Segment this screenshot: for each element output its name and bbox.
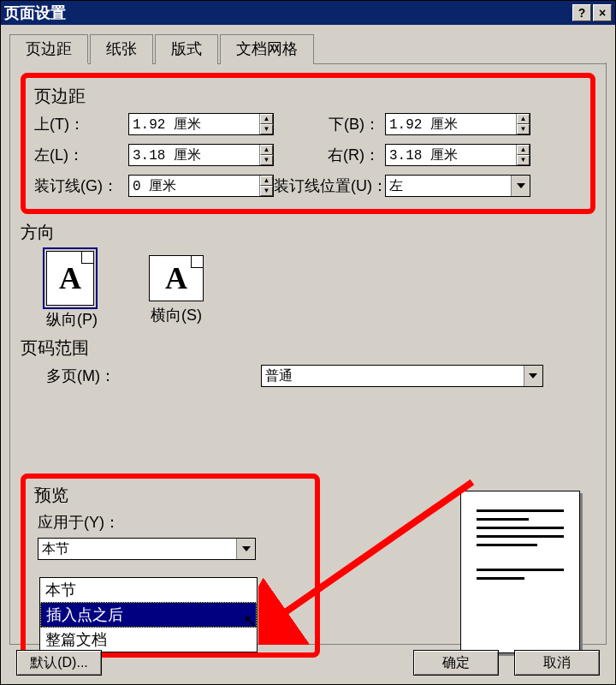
- gutter-spinner[interactable]: ▲▼: [128, 175, 274, 197]
- tab-layout[interactable]: 版式: [155, 34, 218, 64]
- multi-page-label: 多页(M)：: [46, 366, 116, 386]
- gutter-input[interactable]: [129, 176, 259, 196]
- orientation-portrait[interactable]: A 纵向(P): [46, 251, 98, 330]
- apply-to-option-list: 本节 插入点之后 整篇文档: [39, 577, 258, 652]
- spin-down-icon[interactable]: ▼: [517, 124, 530, 134]
- bottom-spinner[interactable]: ▲▼: [385, 113, 530, 135]
- spin-down-icon[interactable]: ▼: [260, 186, 273, 196]
- right-spinner[interactable]: ▲▼: [385, 144, 530, 166]
- multi-page-value: 普通: [262, 367, 524, 385]
- cancel-button[interactable]: 取消: [514, 650, 600, 676]
- tab-margins[interactable]: 页边距: [9, 34, 88, 64]
- ok-button[interactable]: 确定: [413, 650, 499, 676]
- portrait-label: 纵向(P): [46, 309, 98, 330]
- spin-down-icon[interactable]: ▼: [260, 155, 273, 165]
- spin-up-icon[interactable]: ▲: [260, 114, 273, 124]
- left-label: 左(L)：: [34, 145, 128, 165]
- multi-page-dropdown[interactable]: 普通: [261, 365, 543, 387]
- left-spinner[interactable]: ▲▼: [128, 144, 274, 166]
- spin-up-icon[interactable]: ▲: [517, 145, 530, 155]
- spin-up-icon[interactable]: ▲: [517, 114, 530, 124]
- margins-group-label: 页边距: [34, 85, 582, 108]
- margins-group: 页边距 上(T)： ▲▼ 下(B)： ▲▼ 左(L)： ▲▼: [21, 73, 595, 214]
- gutter-pos-value: 左: [386, 177, 511, 195]
- landscape-icon: A: [149, 255, 204, 301]
- dialog-title: 页面设置: [4, 3, 66, 23]
- top-input[interactable]: [129, 114, 259, 134]
- gutter-label: 装订线(G)：: [34, 176, 128, 196]
- page-range-label: 页码范围: [21, 337, 595, 360]
- dropdown-arrow-icon[interactable]: [524, 366, 542, 386]
- spin-down-icon[interactable]: ▼: [517, 155, 530, 165]
- tab-grid[interactable]: 文档网格: [220, 34, 314, 64]
- preview-group: 预览 应用于(Y)： 本节 本节 插入点之后 整篇文档: [21, 474, 320, 658]
- close-button[interactable]: ×: [593, 4, 612, 21]
- apply-to-dropdown[interactable]: 本节: [38, 538, 256, 560]
- bottom-input[interactable]: [386, 114, 516, 134]
- page-preview-thumbnail: [460, 491, 580, 653]
- orientation-landscape[interactable]: A 横向(S): [149, 255, 204, 325]
- tab-paper[interactable]: 纸张: [90, 34, 153, 64]
- orientation-label: 方向: [21, 221, 595, 244]
- apply-option-after-insertion[interactable]: 插入点之后: [40, 602, 257, 628]
- apply-option-section[interactable]: 本节: [40, 578, 257, 602]
- help-button[interactable]: ?: [572, 4, 591, 21]
- spin-up-icon[interactable]: ▲: [260, 145, 273, 155]
- top-label: 上(T)：: [34, 114, 128, 134]
- title-bar: 页面设置 ? ×: [1, 1, 615, 25]
- right-input[interactable]: [386, 145, 516, 165]
- portrait-icon: A: [46, 251, 94, 306]
- spin-up-icon[interactable]: ▲: [260, 176, 273, 186]
- top-spinner[interactable]: ▲▼: [128, 113, 274, 135]
- gutter-pos-dropdown[interactable]: 左: [385, 175, 530, 197]
- apply-to-label: 应用于(Y)：: [38, 512, 306, 533]
- dropdown-arrow-icon[interactable]: [511, 176, 530, 196]
- spin-down-icon[interactable]: ▼: [260, 124, 273, 134]
- gutter-pos-label: 装订线位置(U)：: [274, 176, 385, 196]
- apply-option-whole-doc[interactable]: 整篇文档: [40, 628, 257, 652]
- preview-group-label: 预览: [34, 484, 306, 507]
- apply-to-value: 本节: [38, 540, 236, 558]
- landscape-label: 横向(S): [149, 305, 204, 325]
- left-input[interactable]: [129, 145, 259, 165]
- default-button[interactable]: 默认(D)...: [16, 650, 102, 676]
- bottom-label: 下(B)：: [274, 114, 385, 134]
- right-label: 右(R)：: [274, 145, 385, 165]
- tab-strip: 页边距 纸张 版式 文档网格: [9, 33, 607, 64]
- dropdown-arrow-icon[interactable]: [236, 539, 255, 559]
